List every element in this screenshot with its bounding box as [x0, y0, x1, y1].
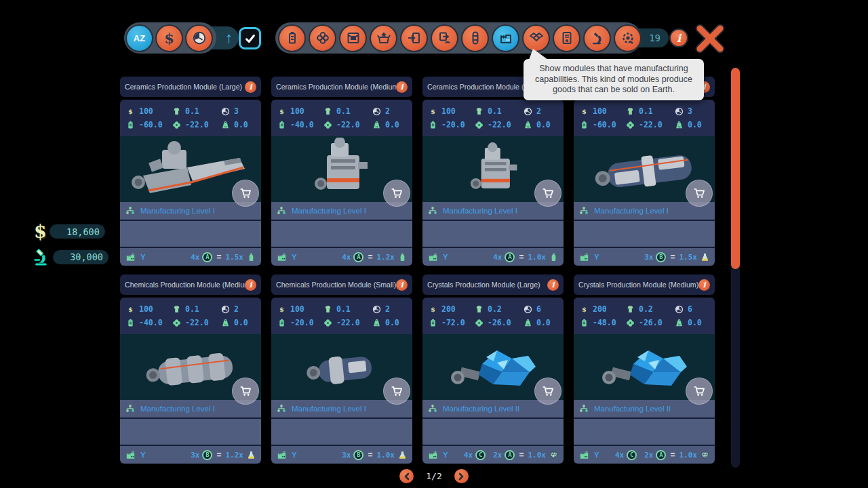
output-qty: 1.5x: [679, 253, 698, 262]
production-label: Y: [443, 451, 448, 459]
filter-manufacturing-button[interactable]: [492, 24, 519, 52]
stat-air: -22.0: [172, 318, 220, 328]
module-image: [422, 334, 564, 400]
scrollbar-track[interactable]: [731, 68, 740, 468]
empty-row: [422, 221, 564, 247]
module-title: Chemicals Production Module (Small): [276, 281, 396, 289]
stat-energy: -20.0: [277, 318, 323, 328]
dollar-sort-icon: $: [164, 30, 174, 47]
buy-button[interactable]: [534, 180, 561, 207]
crew-icon: [474, 304, 484, 314]
stat-time: 3: [220, 106, 256, 117]
stat-air: -22.0: [323, 120, 372, 130]
sort-price-button[interactable]: $: [155, 24, 183, 52]
crew-icon: [172, 106, 182, 117]
info-button[interactable]: i: [669, 28, 688, 47]
next-page-button[interactable]: [454, 469, 469, 483]
stat-price-value: 100: [290, 304, 304, 314]
buy-button[interactable]: [686, 180, 713, 207]
module-info-button[interactable]: i: [396, 81, 408, 93]
gem-icon: [700, 450, 710, 460]
stat-air-value: -22.0: [185, 120, 209, 129]
module-title: Chemicals Production Module (Medium): [125, 281, 245, 289]
svg-text:$: $: [431, 305, 435, 312]
stat-price: $ 100: [125, 106, 172, 117]
production-row: Y 3x B = 1.5x: [574, 248, 715, 266]
prev-page-button[interactable]: [399, 469, 414, 483]
stat-price-value: 100: [290, 106, 304, 116]
cart-icon: [389, 186, 404, 201]
filter-engineering-button[interactable]: [614, 24, 642, 52]
show-affordable-checkbox[interactable]: [239, 27, 261, 49]
input-qty: 4x: [615, 451, 624, 460]
filter-storage-button[interactable]: [370, 24, 397, 52]
module-image: [271, 136, 412, 202]
production-row: Y 3x B = 1.2x: [120, 446, 261, 464]
filter-module-input-button[interactable]: [400, 24, 428, 52]
air-icon: [625, 318, 635, 328]
module-info-button[interactable]: i: [547, 279, 559, 291]
air-icon: [172, 120, 182, 130]
mass-icon: kg: [674, 120, 684, 130]
filter-tank-button[interactable]: [461, 24, 489, 52]
cart-icon: [389, 384, 404, 399]
production-row: Y 4x C2x A = 1.0x: [422, 446, 564, 464]
filter-contracts-button[interactable]: [553, 24, 580, 52]
buy-button[interactable]: [383, 378, 410, 405]
sort-alphabetical-button[interactable]: AZ: [125, 24, 153, 52]
stat-air: -26.0: [474, 318, 523, 328]
stat-mass: kg 0.0: [372, 120, 407, 130]
gem-icon: [549, 450, 559, 460]
resource-C-badge: C: [627, 450, 637, 460]
stat-energy-value: -20.0: [441, 120, 465, 129]
stat-crew-value: 0.1: [336, 106, 351, 116]
stat-mass-value: 0.0: [688, 120, 702, 129]
filter-power-button[interactable]: [278, 24, 306, 52]
close-button[interactable]: [692, 22, 728, 55]
stat-air-value: -22.0: [185, 318, 209, 327]
buy-button[interactable]: [232, 378, 259, 405]
price-icon: $: [277, 106, 287, 117]
time-icon: [523, 304, 533, 314]
mass-icon: kg: [372, 120, 382, 130]
filter-life-support-button[interactable]: [309, 24, 336, 52]
production-row: Y 3x B = 1.0x: [271, 446, 412, 464]
output-qty: 1.0x: [679, 451, 698, 460]
module-info-button[interactable]: i: [396, 279, 408, 291]
factory-icon: [125, 449, 136, 461]
buy-button[interactable]: [534, 378, 561, 405]
close-icon: [692, 22, 728, 55]
module-info-button[interactable]: i: [698, 279, 710, 291]
resource-A-badge: A: [505, 450, 515, 460]
buy-button[interactable]: [232, 180, 259, 207]
stat-energy: -60.0: [579, 120, 625, 130]
stat-price-value: 200: [593, 304, 607, 314]
filter-module-output-button[interactable]: [431, 24, 458, 52]
air-icon: [323, 318, 333, 328]
resource-B-badge: B: [353, 450, 363, 460]
buy-button[interactable]: [383, 180, 410, 207]
energy-icon: [579, 120, 589, 130]
buy-button[interactable]: [686, 378, 713, 405]
price-icon: $: [579, 304, 589, 314]
svg-text:$: $: [582, 107, 587, 115]
production-row: Y 4x A = 1.5x: [120, 248, 261, 266]
stat-energy-value: -60.0: [139, 120, 163, 129]
module-info-button[interactable]: i: [245, 279, 256, 291]
module-input-icon: [406, 30, 422, 46]
filter-habitation-button[interactable]: [339, 24, 367, 52]
filter-research-button[interactable]: [583, 24, 611, 52]
sort-time-button[interactable]: [185, 24, 213, 52]
hierarchy-icon: [578, 403, 589, 414]
stat-energy-value: -72.0: [441, 318, 465, 327]
module-info-button[interactable]: i: [245, 81, 256, 93]
mass-icon: kg: [220, 318, 231, 328]
stat-time: 2: [220, 304, 256, 314]
stat-time: 6: [523, 304, 558, 314]
filter-trade-button[interactable]: [522, 24, 550, 52]
manufacturing-icon: [498, 30, 514, 46]
stat-crew-value: 0.1: [185, 304, 199, 314]
module-image: [422, 136, 564, 202]
scrollbar-thumb[interactable]: [731, 68, 740, 269]
stat-price: $ 100: [125, 304, 172, 314]
